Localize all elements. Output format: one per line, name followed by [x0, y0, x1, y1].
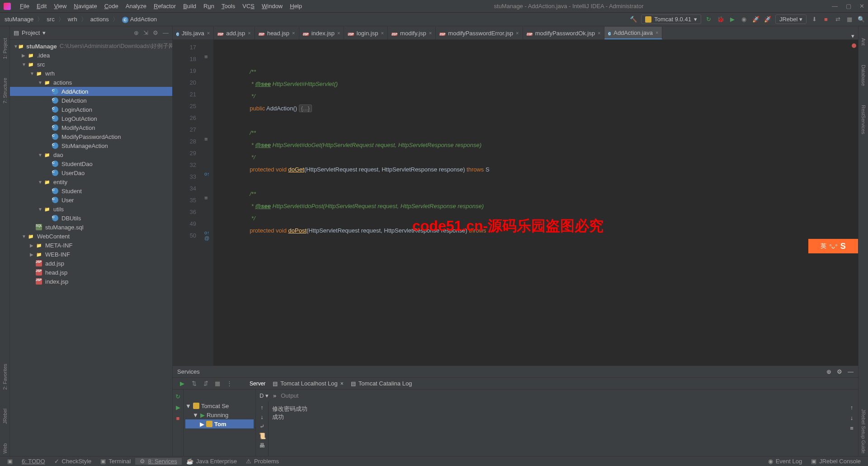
run-icon[interactable]: ▶: [178, 380, 186, 388]
breadcrumb-item[interactable]: actions: [89, 15, 111, 24]
scroll-icon[interactable]: 📜: [259, 433, 266, 439]
code-content[interactable]: /** * @see HttpServlet#HttpServlet() */ …: [213, 40, 858, 366]
editor-tab[interactable]: JSPlogin.jsp×: [344, 27, 387, 39]
structure-icon[interactable]: ▦: [845, 15, 854, 24]
tool-tab-project[interactable]: 1: Project: [1, 35, 9, 62]
breadcrumb-item[interactable]: src: [45, 15, 56, 24]
menu-edit[interactable]: Edit: [33, 3, 50, 10]
tool-tab-structure[interactable]: 7: Structure: [1, 75, 9, 106]
deploy-dropdown[interactable]: D ▾: [259, 392, 269, 399]
breadcrumb-item[interactable]: stuManage: [3, 15, 35, 24]
tree-item[interactable]: CUser: [10, 195, 172, 204]
tree-item[interactable]: CStuManageAction: [10, 141, 172, 150]
project-tree[interactable]: ▼ 📁 stuManage C:\Users\Administrator\Dow…: [10, 40, 172, 456]
tool-tab-ant[interactable]: Ant: [860, 35, 867, 48]
tab-server[interactable]: Server: [250, 380, 265, 387]
status-problems[interactable]: ⚠ Problems: [241, 458, 283, 465]
error-indicator[interactable]: [852, 43, 856, 48]
target-icon[interactable]: ⊕: [134, 29, 139, 36]
status-services[interactable]: ⚙ 8: Services: [135, 458, 181, 465]
breadcrumb-item[interactable]: wrh: [66, 15, 79, 24]
tree-item[interactable]: SQLstuManage.sql: [10, 223, 172, 232]
tree-root[interactable]: ▼ 📁 stuManage C:\Users\Administrator\Dow…: [10, 42, 172, 51]
expand-icon[interactable]: ⇲: [143, 29, 148, 36]
editor-tab[interactable]: CJtils.java×: [173, 27, 214, 39]
tree-icon[interactable]: ⇅: [190, 380, 198, 388]
menu-code[interactable]: Code: [101, 3, 122, 10]
more-icon[interactable]: »: [273, 392, 276, 399]
close-icon[interactable]: ×: [429, 30, 432, 36]
gear-icon[interactable]: ⚙: [153, 29, 158, 36]
tree-item[interactable]: ▼📁utils: [10, 204, 172, 214]
menu-help[interactable]: Help: [286, 3, 306, 10]
tree-item[interactable]: CDelAction: [10, 96, 172, 105]
menu-analyze[interactable]: Analyze: [122, 3, 150, 10]
tree-item[interactable]: ▼📁dao: [10, 150, 172, 159]
status-terminal[interactable]: ▣ Terminal: [96, 458, 135, 465]
maximize-icon[interactable]: ▢: [846, 3, 851, 10]
run-config-selector[interactable]: Tomcat 9.0.41 ▾: [641, 14, 701, 24]
status-todo[interactable]: 6: TODO: [17, 458, 50, 465]
tree-item[interactable]: CModifyAction: [10, 123, 172, 132]
coverage-icon[interactable]: ▶: [728, 15, 736, 24]
close-icon[interactable]: ×: [381, 30, 383, 36]
close-icon[interactable]: ×: [337, 30, 340, 36]
services-tree[interactable]: ▼Tomcat Se ▼▶Running ▶Tom: [184, 390, 256, 456]
down-arrow-icon[interactable]: ↓: [850, 414, 854, 421]
update-icon[interactable]: ⇄: [834, 15, 842, 24]
rerun-icon[interactable]: ↻: [174, 392, 182, 400]
tool-tab-jrebel[interactable]: JRebel: [1, 406, 9, 427]
hide-icon[interactable]: —: [848, 368, 854, 375]
close-icon[interactable]: ✕: [859, 3, 864, 10]
stop-icon[interactable]: ■: [822, 15, 830, 24]
gear-icon[interactable]: ⚙: [837, 368, 842, 375]
menu-build[interactable]: Build: [179, 3, 200, 10]
grid-icon[interactable]: ▦: [213, 380, 222, 388]
tool-window-icon[interactable]: ▣: [3, 458, 17, 465]
tree-item[interactable]: ▶📁META-INF: [10, 241, 172, 250]
editor-tab[interactable]: JSPmodifyPasswordError.jsp×: [436, 27, 523, 39]
tree-item[interactable]: CDBUtils: [10, 214, 172, 223]
menu-view[interactable]: View: [50, 3, 70, 10]
chevron-down-icon[interactable]: ▾: [42, 29, 46, 36]
tool-tab-favorites[interactable]: 2: Favorites: [1, 361, 9, 392]
tree-item[interactable]: ▶📁.idea: [10, 51, 172, 60]
print-icon[interactable]: 🖶: [259, 442, 265, 449]
tool-tab-restservices[interactable]: RestServices: [860, 102, 867, 137]
close-icon[interactable]: ×: [656, 30, 658, 35]
tree-item[interactable]: CLogOutAction: [10, 114, 172, 123]
tree-item[interactable]: JSPadd.jsp: [10, 259, 172, 268]
down-icon[interactable]: ↓: [260, 414, 264, 420]
breadcrumb[interactable]: stuManage〉src〉wrh〉actions〉CAddAction: [3, 15, 629, 24]
status-checkstyle[interactable]: ✓ CheckStyle: [50, 458, 96, 465]
status-jrebel-console[interactable]: ▣ JRebel Console: [807, 458, 865, 465]
ime-indicator[interactable]: 英°ᴗ°S: [808, 239, 858, 253]
status-java-enterprise[interactable]: ☕ Java Enterprise: [182, 458, 241, 465]
tree-item[interactable]: JSPindex.jsp: [10, 277, 172, 286]
tree-item[interactable]: ▼📁entity: [10, 177, 172, 186]
editor-tab[interactable]: CAddAction.java×: [604, 27, 662, 39]
filter-icon[interactable]: ⇵: [202, 380, 210, 388]
tree-item[interactable]: CStudent: [10, 186, 172, 195]
menu-window[interactable]: Window: [258, 3, 286, 10]
close-icon[interactable]: ×: [207, 30, 210, 36]
tree-item[interactable]: CUserDao: [10, 168, 172, 177]
tree-item[interactable]: ▼📁actions: [10, 78, 172, 87]
tool-tab-database[interactable]: Database: [860, 62, 867, 89]
run-icon[interactable]: ▶: [174, 403, 182, 411]
menu-refactor[interactable]: Refactor: [150, 3, 179, 10]
breadcrumb-item[interactable]: CAddAction: [120, 15, 159, 24]
debug-icon[interactable]: 🐞: [717, 15, 725, 24]
tabs-dropdown[interactable]: ▾: [848, 33, 858, 39]
hide-icon[interactable]: —: [163, 29, 169, 36]
tree-item[interactable]: CAddAction: [10, 87, 172, 96]
editor[interactable]: 1718192021252627282932333435364950 ≡ ≡ o…: [173, 40, 858, 366]
tab-localhost-log[interactable]: ▤ Tomcat Localhost Log ×: [273, 380, 343, 387]
tree-item[interactable]: CLoginAction: [10, 105, 172, 114]
menu-tools[interactable]: Tools: [218, 3, 239, 10]
profile-icon[interactable]: ◉: [740, 15, 748, 24]
close-icon[interactable]: ×: [248, 30, 250, 36]
close-icon[interactable]: ×: [598, 30, 600, 36]
up-arrow-icon[interactable]: ↑: [850, 404, 854, 411]
tree-item[interactable]: ▼📁src: [10, 60, 172, 69]
